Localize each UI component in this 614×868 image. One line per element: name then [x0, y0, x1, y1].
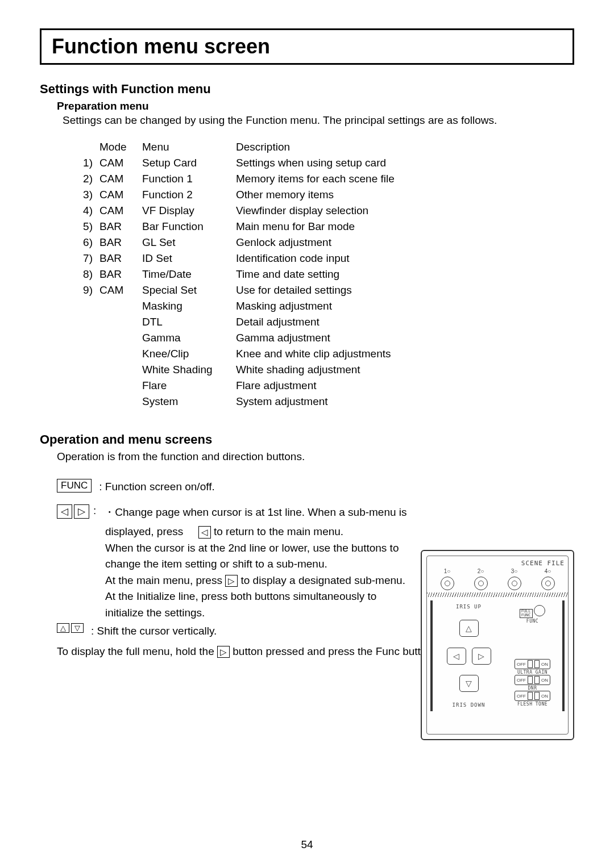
row-mode — [99, 314, 142, 330]
control-panel-inner: SCENE FILE 1○ 2○ 3○ 4○ IRIS UP △ ◁ ▷ ▽ I… — [426, 556, 569, 735]
lr-line4-post: to display a designated sub-menu. — [241, 574, 405, 586]
toggle-slider-icon — [528, 692, 533, 700]
toggle-off: OFF — [517, 662, 526, 667]
full-post: button pressed and press the Func button… — [233, 645, 435, 657]
iris-down-label: IRIS DOWN — [453, 702, 486, 708]
toggle-slider-icon — [528, 660, 533, 668]
table-row: 8)BARTime/DateTime and date setting — [74, 266, 475, 282]
row-menu: Flare — [142, 378, 236, 394]
func-group: FULLFUNC FUNC — [506, 605, 559, 624]
right-key[interactable]: ▷ — [74, 504, 89, 519]
preparation-intro: Settings can be changed by using the Fun… — [63, 114, 574, 127]
row-num: 5) — [74, 219, 99, 235]
full-pre: To display the full menu, hold the — [57, 645, 214, 657]
ud-desc: : Shift the cursor vertically. — [91, 623, 217, 640]
row-desc: System adjustment — [236, 394, 475, 410]
table-row: 5)BARBar FunctionMain menu for Bar mode — [74, 219, 475, 235]
row-num: 3) — [74, 187, 99, 203]
row-mode: CAM — [99, 282, 142, 298]
row-num: 2) — [74, 171, 99, 187]
toggle-slider-icon — [534, 676, 540, 684]
toggle-switch[interactable]: OFFON — [515, 691, 550, 701]
table-row: 9)CAMSpecial SetUse for detailed setting… — [74, 282, 475, 298]
row-menu: Setup Card — [142, 155, 236, 171]
left-key[interactable]: ◁ — [57, 504, 72, 519]
settings-heading: Settings with Function menu — [40, 82, 574, 97]
func-key[interactable]: FUNC — [57, 479, 92, 493]
row-desc: Main menu for Bar mode — [236, 219, 475, 235]
row-desc: Genlock adjustment — [236, 235, 475, 251]
lr-line4-pre: At the main menu, press — [105, 574, 222, 586]
row-mode: CAM — [99, 155, 142, 171]
row-num: 9) — [74, 282, 99, 298]
func-key-row: FUNC : Function screen on/off. — [57, 479, 574, 495]
colon: : — [93, 504, 96, 517]
panel-divider — [427, 592, 568, 597]
row-mode — [99, 346, 142, 362]
table-row: GammaGamma adjustment — [74, 330, 475, 346]
row-menu: Special Set — [142, 282, 236, 298]
row-menu: White Shading — [142, 362, 236, 378]
operation-intro: Operation is from the function and direc… — [57, 450, 574, 463]
inline-right-key[interactable]: ▷ — [225, 575, 238, 587]
iris-up-label: IRIS UP — [456, 604, 482, 610]
row-num: 1) — [74, 155, 99, 171]
lr-line1b: displayed, press ◁ to return to the main… — [105, 524, 574, 540]
row-desc: Viewfinder display selection — [236, 203, 475, 219]
row-num: 7) — [74, 251, 99, 266]
row-num — [74, 378, 99, 394]
toggle-switch[interactable]: OFFON — [515, 675, 550, 685]
row-mode — [99, 330, 142, 346]
func-button[interactable] — [534, 605, 545, 616]
row-desc: Time and date setting — [236, 266, 475, 282]
page-title: Function menu screen — [52, 35, 562, 59]
panel-up-button[interactable]: △ — [459, 620, 479, 637]
table-row: White ShadingWhite shading adjustment — [74, 362, 475, 378]
header-mode: Mode — [99, 139, 142, 155]
panel-left-button[interactable]: ◁ — [447, 648, 466, 665]
table-row: DTLDetail adjustment — [74, 314, 475, 330]
inline-left-key[interactable]: ◁ — [198, 526, 211, 539]
toggle-switch[interactable]: OFFON — [515, 659, 550, 669]
row-mode — [99, 362, 142, 378]
header-desc: Description — [236, 139, 475, 155]
lr-key-row: ◁ ▷ : ・Change page when cursor is at 1st… — [57, 504, 574, 521]
row-menu: DTL — [142, 314, 236, 330]
table-row: MaskingMasking adjustment — [74, 298, 475, 314]
table-row: SystemSystem adjustment — [74, 394, 475, 410]
panel-down-button[interactable]: ▽ — [459, 675, 479, 692]
row-desc: White shading adjustment — [236, 362, 475, 378]
row-num: 8) — [74, 266, 99, 282]
row-desc: Identification code input — [236, 251, 475, 266]
row-num — [74, 330, 99, 346]
row-menu: ID Set — [142, 251, 236, 266]
table-row: 3)CAMFunction 2Other memory items — [74, 187, 475, 203]
scene-knob-3[interactable] — [508, 577, 521, 590]
settings-section: Settings with Function menu Preparation … — [40, 82, 574, 410]
row-desc: Memory items for each scene file — [236, 171, 475, 187]
scene-4-label: 4○ — [545, 568, 551, 574]
row-mode: BAR — [99, 251, 142, 266]
table-header-row: Mode Menu Description — [74, 139, 475, 155]
scene-num-row: 1○ 2○ 3○ 4○ — [430, 568, 565, 574]
toggle-label: DNR — [506, 686, 559, 691]
row-menu: Gamma — [142, 330, 236, 346]
row-menu: System — [142, 394, 236, 410]
scene-2-label: 2○ — [478, 568, 484, 574]
toggle-label: ULTRA GAIN — [506, 670, 559, 675]
down-key[interactable]: ▽ — [71, 623, 84, 633]
row-num: 6) — [74, 235, 99, 251]
panel-right-button[interactable]: ▷ — [472, 648, 491, 665]
scene-3-label: 3○ — [511, 568, 518, 574]
page-number: 54 — [0, 838, 614, 851]
up-key[interactable]: △ — [57, 623, 69, 633]
toggle-group: OFFONDNR — [506, 675, 559, 691]
row-menu: Masking — [142, 298, 236, 314]
scene-knob-1[interactable] — [441, 577, 454, 590]
inline-right-key-2[interactable]: ▷ — [217, 646, 230, 658]
toggle-group: OFFONFLESH TONE — [506, 691, 559, 707]
scene-knob-4[interactable] — [541, 577, 555, 590]
header-menu: Menu — [142, 139, 236, 155]
row-desc: Masking adjustment — [236, 298, 475, 314]
scene-knob-2[interactable] — [474, 577, 488, 590]
